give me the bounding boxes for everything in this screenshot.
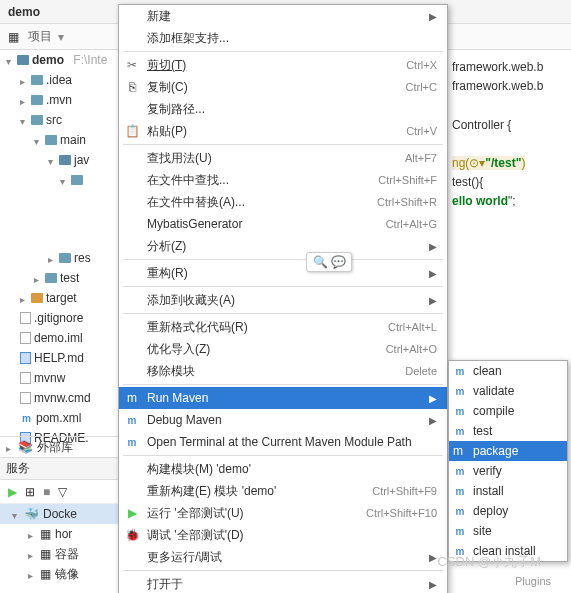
folder-icon <box>31 115 43 125</box>
debug-icon: 🐞 <box>125 528 139 542</box>
maven-icon: m <box>453 364 467 378</box>
menu-optimize[interactable]: 优化导入(Z)Ctrl+Alt+O <box>119 338 447 360</box>
docker-containers[interactable]: ▸▦容器 <box>0 544 130 564</box>
menu-remove[interactable]: 移除模块Delete <box>119 360 447 382</box>
menu-paste[interactable]: 📋粘贴(P)Ctrl+V <box>119 120 447 142</box>
menu-buildmodule[interactable]: 构建模块(M) 'demo' <box>119 458 447 480</box>
tree-mvn[interactable]: ▸.mvn <box>0 90 130 110</box>
file-icon <box>20 352 31 364</box>
separator <box>123 313 443 314</box>
separator <box>123 286 443 287</box>
tree-pkg[interactable]: ▾ <box>0 170 130 190</box>
services-header[interactable]: 服务 <box>0 458 130 480</box>
menu-reformat[interactable]: 重新格式化代码(R)Ctrl+Alt+L <box>119 316 447 338</box>
submenu-validate[interactable]: mvalidate <box>449 381 567 401</box>
tree-help[interactable]: HELP.md <box>0 348 130 368</box>
docker-node[interactable]: ▾🐳Docke <box>0 504 130 524</box>
file-icon <box>20 312 31 324</box>
separator <box>123 570 443 571</box>
menu-cut[interactable]: ✂剪切(T)Ctrl+X <box>119 54 447 76</box>
tree-icon[interactable]: ⊞ <box>25 485 35 499</box>
tree-mvnw[interactable]: mvnw <box>0 368 130 388</box>
search-hint-icon[interactable]: 🔍 <box>313 255 327 269</box>
tree-root[interactable]: ▾demo F:\Inte <box>0 50 130 70</box>
submenu-test[interactable]: mtest <box>449 421 567 441</box>
menu-new[interactable]: 新建▶ <box>119 5 447 27</box>
submenu-verify[interactable]: mverify <box>449 461 567 481</box>
expand-icon[interactable]: ▾ <box>6 56 14 64</box>
menu-copy[interactable]: ⎘复制(C)Ctrl+C <box>119 76 447 98</box>
menu-findusages[interactable]: 查找用法(U)Alt+F7 <box>119 147 447 169</box>
dropdown-icon[interactable]: ▾ <box>58 30 64 44</box>
code-line: ello world"; <box>452 192 567 211</box>
folder-icon <box>45 273 57 283</box>
tree-target[interactable]: ▸target <box>0 288 130 308</box>
menu-addframework[interactable]: 添加框架支持... <box>119 27 447 49</box>
maven-icon: m <box>20 412 33 425</box>
folder-icon <box>31 293 43 303</box>
submenu-compile[interactable]: mcompile <box>449 401 567 421</box>
maven-icon: m <box>453 524 467 538</box>
separator <box>123 51 443 52</box>
submenu-site[interactable]: msite <box>449 521 567 541</box>
stop-icon[interactable]: ■ <box>43 485 50 499</box>
maven-icon: m <box>453 504 467 518</box>
tree-main[interactable]: ▾main <box>0 130 130 150</box>
tree-mvnwcmd[interactable]: mvnw.cmd <box>0 388 130 408</box>
menu-replaceinfiles[interactable]: 在文件中替换(A)...Ctrl+Shift+R <box>119 191 447 213</box>
chevron-right-icon: ▶ <box>429 415 437 426</box>
docker-images[interactable]: ▸▦镜像 <box>0 564 130 584</box>
filter-icon[interactable]: ▽ <box>58 485 67 499</box>
project-icon: ▦ <box>8 30 22 44</box>
separator <box>123 259 443 260</box>
submenu-package[interactable]: mpackage <box>449 441 567 461</box>
menu-copypath[interactable]: 复制路径... <box>119 98 447 120</box>
submenu-clean[interactable]: mclean <box>449 361 567 381</box>
maven-debug-icon: m <box>125 413 139 427</box>
tree-gitignore[interactable]: .gitignore <box>0 308 130 328</box>
menu-morerun[interactable]: 更多运行/调试▶ <box>119 546 447 568</box>
plugins-label[interactable]: Plugins <box>515 575 551 587</box>
chevron-right-icon: ▶ <box>429 11 437 22</box>
menu-debugall[interactable]: 🐞调试 '全部测试'(D) <box>119 524 447 546</box>
folder-icon <box>31 95 43 105</box>
menu-runmaven[interactable]: mRun Maven▶ <box>119 387 447 409</box>
menu-mybatis[interactable]: MybatisGeneratorCtrl+Alt+G <box>119 213 447 235</box>
tree-src[interactable]: ▾src <box>0 110 130 130</box>
submenu-deploy[interactable]: mdeploy <box>449 501 567 521</box>
maven-icon: m <box>453 444 467 458</box>
menu-refactor[interactable]: 重构(R)▶ <box>119 262 447 284</box>
menu-rebuild[interactable]: 重新构建(E) 模块 'demo'Ctrl+Shift+F9 <box>119 480 447 502</box>
docker-hor[interactable]: ▸▦hor <box>0 524 130 544</box>
container-icon: ▦ <box>40 547 51 561</box>
chevron-right-icon: ▶ <box>429 268 437 279</box>
menu-runall[interactable]: ▶运行 '全部测试'(U)Ctrl+Shift+F10 <box>119 502 447 524</box>
project-label[interactable]: 项目 <box>28 28 52 45</box>
menu-analyze[interactable]: 分析(Z)▶ <box>119 235 447 257</box>
hint-bubble: 🔍 💬 <box>306 252 352 272</box>
run-icon[interactable]: ▶ <box>8 485 17 499</box>
comment-hint-icon[interactable]: 💬 <box>331 255 345 269</box>
menu-debugmaven[interactable]: mDebug Maven▶ <box>119 409 447 431</box>
chevron-right-icon: ▶ <box>429 552 437 563</box>
tree-java[interactable]: ▾jav <box>0 150 130 170</box>
tree-res[interactable]: ▸res <box>0 248 130 268</box>
tree-demoiml[interactable]: demo.iml <box>0 328 130 348</box>
menu-openin[interactable]: 打开于▶ <box>119 573 447 593</box>
menu-addfav[interactable]: 添加到收藏夹(A)▶ <box>119 289 447 311</box>
breadcrumb-root[interactable]: demo <box>8 5 40 19</box>
menu-findinfiles[interactable]: 在文件中查找...Ctrl+Shift+F <box>119 169 447 191</box>
tree-pom[interactable]: mpom.xml <box>0 408 130 428</box>
maven-icon: m <box>453 484 467 498</box>
chevron-right-icon: ▶ <box>429 241 437 252</box>
tree-idea[interactable]: ▸.idea <box>0 70 130 90</box>
paste-icon: 📋 <box>125 124 139 138</box>
tree-test[interactable]: ▸test <box>0 268 130 288</box>
folder-icon <box>71 175 83 185</box>
folder-icon <box>31 75 43 85</box>
external-libs[interactable]: ▸📚外部库 <box>0 436 130 458</box>
folder-icon <box>45 135 57 145</box>
submenu-install[interactable]: minstall <box>449 481 567 501</box>
menu-openterminal[interactable]: mOpen Terminal at the Current Maven Modu… <box>119 431 447 453</box>
code-editor[interactable]: framework.web.b framework.web.b Controll… <box>448 50 571 220</box>
